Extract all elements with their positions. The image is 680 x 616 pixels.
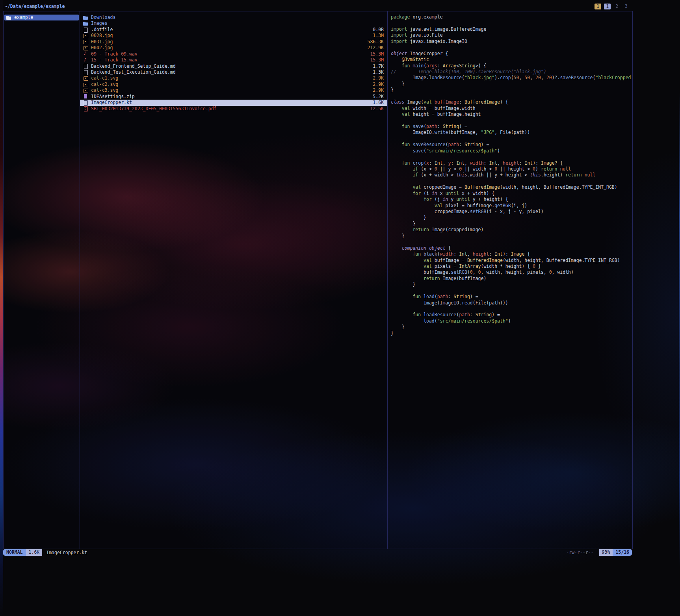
tab-1[interactable]: 1 [595, 4, 601, 9]
image-icon [83, 82, 88, 87]
folder-icon [83, 15, 88, 20]
mode-badge: NORMAL [3, 549, 26, 556]
file-icon [83, 70, 88, 75]
file-row[interactable]: .dotfile0.0B [80, 27, 387, 33]
code-line: val pixel = buffImage.getRGB(i, j) [391, 203, 632, 209]
code-line: val croppedImage = BufferedImage(width, … [391, 184, 632, 190]
file-name: Backend_Test_Execution_Guide.md [91, 69, 370, 75]
code-line: import java.awt.image.BufferedImage [391, 26, 632, 32]
folder-icon [6, 15, 11, 20]
image-icon [83, 33, 88, 38]
code-line: croppedImage.setRGB(i - x, j - y, pixel) [391, 209, 632, 215]
code-line: class Image(val buffImage: BufferedImage… [391, 99, 632, 105]
code-line: fun black(width: Int, height: Int): Imag… [391, 251, 632, 257]
pdf-icon [83, 106, 88, 111]
code-line: } [391, 215, 632, 221]
image-icon [83, 39, 88, 44]
folder-icon [83, 21, 88, 26]
tab-2[interactable]: 1 [604, 4, 611, 9]
file-size: 2.9K [373, 87, 384, 93]
file-name: cal-c3.svg [91, 87, 370, 93]
file-row[interactable]: cal-c3.svg2.9K [80, 87, 387, 93]
panels: example DownloadsImages.dotfile0.0B0028.… [3, 11, 633, 549]
file-name: Downloads [91, 15, 381, 20]
image-icon [83, 46, 88, 50]
parent-item[interactable]: example [4, 15, 79, 20]
code-line [391, 178, 632, 184]
header-bar: ~/Data/example/example 1123 [5, 2, 630, 10]
code-line [391, 20, 632, 26]
file-icon [83, 28, 88, 32]
file-row[interactable]: 0028.jpg1.3M [80, 33, 387, 39]
code-line: fun loadResource(path: String) = [391, 312, 632, 318]
code-line: for (j in y until y + height) { [391, 197, 632, 202]
file-row[interactable]: Images [80, 20, 387, 26]
code-line: } [391, 81, 632, 87]
file-name: 0042.jpg [91, 45, 364, 51]
file-size-badge: 1.6K [26, 549, 43, 556]
file-size: 15.3M [370, 51, 384, 57]
code-line: val width = buffImage.width [391, 106, 632, 111]
file-size: 1.3M [373, 33, 384, 39]
code-line: ImageIO.write(buffImage, "JPG", File(pat… [391, 130, 632, 135]
code-line: @JvmStatic [391, 57, 632, 63]
parent-panel: example [4, 11, 80, 549]
file-row[interactable]: Backend_Frontend_Setup_Guide.md1.7K [80, 63, 387, 69]
code-line: save("src/main/resources/$path") [391, 148, 632, 154]
file-size: 15.3M [370, 57, 384, 63]
file-name: example [14, 15, 77, 20]
file-row[interactable]: cal-c2.svg2.9K [80, 82, 387, 87]
code-line: } [391, 282, 632, 288]
breadcrumb-path: ~/Data/example/example [5, 4, 65, 9]
file-size: 0.0B [373, 27, 384, 33]
files-panel: DownloadsImages.dotfile0.0B0028.jpg1.3M0… [80, 11, 388, 549]
code-line: return Image(croppedImage) [391, 227, 632, 233]
file-icon [83, 64, 88, 69]
code-line [391, 45, 632, 50]
file-name: cal-c1.svg [91, 75, 370, 81]
tab-3[interactable]: 2 [613, 4, 620, 9]
file-row[interactable]: IDEAsettings.zip5.2K [80, 94, 387, 100]
code-line: val buffImage = BufferedImage(width, hei… [391, 258, 632, 263]
code-line [391, 239, 632, 245]
code-line [391, 154, 632, 160]
code-line [391, 93, 632, 99]
file-size: 1.7K [373, 63, 384, 69]
file-name: 09 - Track 09.wav [91, 51, 367, 57]
file-row[interactable]: cal-c1.svg2.9K [80, 75, 387, 81]
zip-icon [83, 94, 88, 99]
file-size: 12.5K [370, 106, 384, 112]
file-name: 15 - Track 15.wav [91, 57, 367, 63]
file-row[interactable]: Backend_Test_Execution_Guide.md1.3K [80, 69, 387, 75]
status-right: -rw-r--r-- 93% 15/16 [566, 549, 632, 556]
file-row[interactable]: 0042.jpg212.9K [80, 45, 387, 51]
file-size: 1.6K [373, 100, 384, 106]
code-line: if (x < 0 || y < 0 || width < 0 || heigh… [391, 166, 632, 172]
code-line: val height = buffImage.height [391, 111, 632, 117]
file-row[interactable]: ImageCropper.kt1.6K [80, 100, 387, 106]
tab-4[interactable]: 3 [623, 4, 630, 9]
file-row[interactable]: 15 - Track 15.wav15.3M [80, 57, 387, 63]
file-row[interactable]: SBI_0032013739_2023_DE05_0003155631Invoi… [80, 106, 387, 112]
code-line [391, 136, 632, 142]
file-name: .dotfile [91, 27, 370, 33]
code-line: companion object { [391, 245, 632, 251]
file-size: 586.3K [367, 39, 384, 45]
file-row[interactable]: Downloads [80, 15, 387, 20]
image-icon [83, 76, 88, 81]
code-line [391, 288, 632, 294]
file-row[interactable]: 0031.jpg586.3K [80, 39, 387, 45]
code-line: // Image.black(100, 100).saveResource("b… [391, 69, 632, 75]
code-line: fun save(path: String) = [391, 124, 632, 130]
status-filename: ImageCropper.kt [46, 550, 87, 555]
code-line: load("src/main/resources/$path") [391, 318, 632, 324]
audio-icon [83, 52, 88, 56]
image-icon [83, 88, 88, 93]
code-line [391, 117, 632, 123]
file-name: 0028.jpg [91, 33, 370, 39]
file-row[interactable]: 09 - Track 09.wav15.3M [80, 51, 387, 57]
code-line: Image(ImageIO.read(File(path))) [391, 300, 632, 306]
code-line: import javax.imageio.ImageIO [391, 39, 632, 45]
file-name: cal-c2.svg [91, 82, 370, 87]
code-line: } [391, 221, 632, 227]
